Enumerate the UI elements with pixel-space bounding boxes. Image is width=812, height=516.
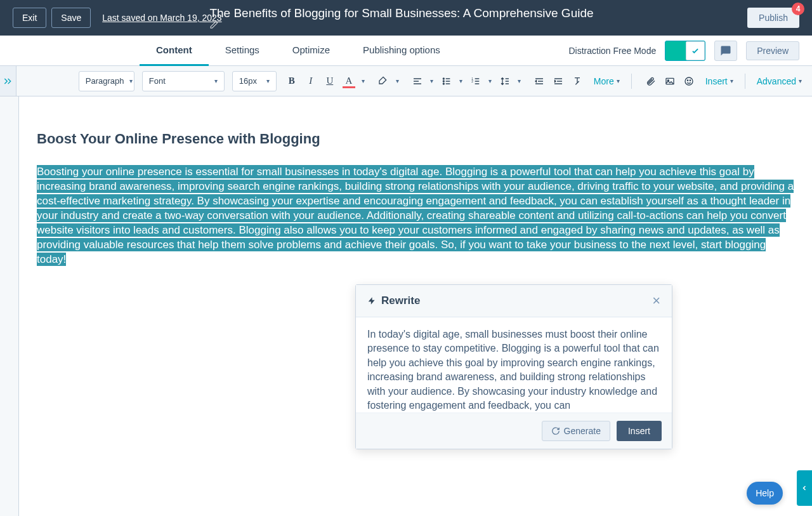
numbered-list-button[interactable]: 12	[467, 72, 485, 90]
align-button[interactable]	[409, 72, 426, 90]
content-paragraph-selected[interactable]: Boosting your online presence is essenti…	[37, 165, 794, 266]
svg-text:2: 2	[471, 80, 473, 83]
save-button[interactable]: Save	[51, 8, 91, 28]
text-color-button[interactable]: A	[340, 72, 358, 90]
svg-point-2	[443, 83, 444, 84]
notification-badge[interactable]: 4	[792, 3, 804, 15]
svg-point-7	[685, 77, 693, 85]
close-icon[interactable]: ×	[652, 294, 660, 308]
preview-button[interactable]: Preview	[746, 41, 799, 60]
popup-title: Rewrite	[367, 294, 420, 307]
font-select[interactable]: Font▾	[142, 71, 225, 91]
underline-button[interactable]: U	[321, 72, 339, 90]
insert-text-button[interactable]: Insert	[617, 421, 662, 441]
indent-button[interactable]	[549, 72, 567, 90]
generate-label: Generate	[564, 426, 601, 436]
font-size-label: 16px	[239, 76, 257, 86]
font-label: Font	[149, 76, 166, 86]
toggle-handle	[686, 41, 705, 60]
italic-button[interactable]: I	[302, 72, 320, 90]
tab-bar: Content Settings Optimize Publishing opt…	[0, 36, 812, 66]
svg-point-1	[443, 81, 444, 82]
tab-settings[interactable]: Settings	[209, 36, 276, 66]
svg-point-8	[687, 80, 688, 81]
editor-toolbar: Paragraph▾ Font▾ 16px▾ B I U A ▾ ▾ ▾	[16, 66, 812, 96]
more-button[interactable]: More▾	[589, 76, 625, 86]
text-color-dropdown[interactable]: ▾	[359, 72, 368, 90]
tab-optimize[interactable]: Optimize	[276, 36, 346, 66]
expand-sidebar-icon[interactable]	[0, 66, 16, 96]
svg-point-0	[443, 78, 444, 79]
popup-title-text: Rewrite	[381, 294, 420, 307]
emoji-button[interactable]	[680, 72, 698, 90]
highlight-button[interactable]	[374, 72, 392, 90]
page-title: The Benefits of Blogging for Small Busin…	[209, 6, 602, 29]
highlight-dropdown[interactable]: ▾	[393, 72, 402, 90]
bullet-list-dropdown[interactable]: ▾	[457, 72, 466, 90]
tab-publishing-options[interactable]: Publishing options	[346, 36, 457, 66]
last-saved-link[interactable]: Last saved on March 19, 2023	[102, 13, 221, 23]
comments-button[interactable]	[714, 41, 737, 61]
insert-label: Insert	[705, 76, 728, 86]
outdent-button[interactable]	[530, 72, 548, 90]
top-bar: Exit Save Last saved on March 19, 2023 T…	[0, 0, 812, 36]
align-dropdown[interactable]: ▾	[428, 72, 436, 90]
exit-button[interactable]: Exit	[13, 8, 46, 28]
toolbar-divider	[631, 74, 632, 89]
attachment-button[interactable]	[642, 72, 660, 90]
toolbar-row: Paragraph▾ Font▾ 16px▾ B I U A ▾ ▾ ▾	[0, 66, 812, 96]
paragraph-style-select[interactable]: Paragraph▾	[79, 71, 134, 91]
line-height-button[interactable]	[496, 72, 514, 90]
bold-button[interactable]: B	[283, 72, 301, 90]
distraction-free-toggle[interactable]	[665, 41, 705, 61]
advanced-button[interactable]: Advanced▾	[752, 76, 807, 86]
refresh-icon	[551, 427, 560, 435]
help-button[interactable]: Help	[747, 482, 783, 505]
distraction-free-label: Distraction Free Mode	[568, 46, 656, 56]
font-size-select[interactable]: 16px▾	[232, 71, 277, 91]
popup-body: In today's digital age, small businesses…	[356, 317, 672, 413]
image-button[interactable]	[661, 72, 679, 90]
edit-title-icon[interactable]	[209, 20, 602, 29]
page-title-text: The Benefits of Blogging for Small Busin…	[209, 6, 593, 20]
generate-button[interactable]: Generate	[542, 421, 610, 441]
content-paragraph-wrap: Boosting your online presence is essenti…	[37, 165, 794, 267]
numbered-list-dropdown[interactable]: ▾	[486, 72, 495, 90]
lightning-icon	[367, 295, 376, 307]
popup-footer: Generate Insert	[356, 413, 672, 449]
bullet-list-button[interactable]	[438, 72, 455, 90]
insert-button[interactable]: Insert▾	[700, 76, 738, 86]
more-label: More	[594, 76, 614, 86]
advanced-label: Advanced	[757, 76, 796, 86]
paragraph-style-label: Paragraph	[86, 76, 124, 86]
popup-header: Rewrite ×	[356, 285, 672, 317]
content-heading[interactable]: Boost Your Online Presence with Blogging	[37, 131, 794, 147]
line-height-dropdown[interactable]: ▾	[515, 72, 524, 90]
side-panel-toggle[interactable]	[797, 470, 812, 506]
svg-point-9	[690, 80, 690, 81]
tab-content[interactable]: Content	[140, 36, 209, 66]
left-rail	[0, 96, 19, 516]
toolbar-divider-2	[745, 74, 745, 89]
clear-formatting-button[interactable]	[568, 72, 586, 90]
rewrite-popup: Rewrite × In today's digital age, small …	[355, 284, 672, 449]
